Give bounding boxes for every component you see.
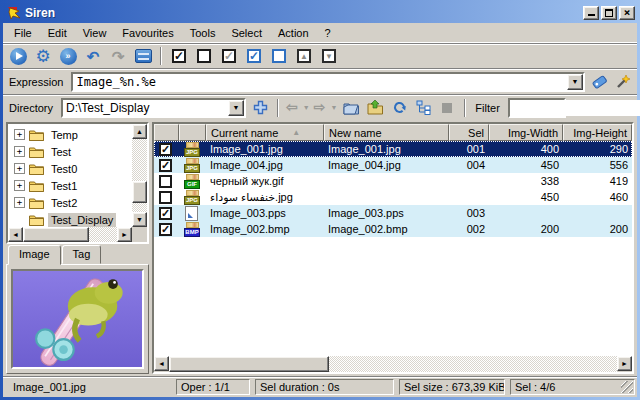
tree-expand-icon[interactable]: + [14, 180, 25, 191]
maximize-button[interactable] [601, 6, 617, 20]
cell-img-height: 290 [563, 141, 632, 157]
parent-folder-icon[interactable] [365, 98, 385, 118]
tree-item[interactable]: + Temp [8, 126, 132, 143]
undo-icon[interactable]: ↶ [82, 46, 104, 67]
refresh-icon[interactable] [389, 98, 409, 118]
scroll-left-icon[interactable]: ◄ [154, 356, 169, 371]
scroll-down-icon[interactable]: ▼ [132, 212, 147, 227]
preview-tab[interactable]: Tag [62, 245, 102, 264]
preview-tab[interactable]: Image [8, 245, 61, 265]
header-check-column[interactable] [154, 124, 179, 141]
tree-item[interactable]: + Test1 [8, 177, 132, 194]
row-checkbox[interactable]: ✓ [159, 159, 172, 172]
menu-item[interactable]: Tools [183, 25, 223, 41]
minimize-button[interactable] [583, 6, 599, 20]
table-horizontal-scrollbar[interactable]: ◄ ► [154, 356, 632, 372]
table-row[interactable]: ✓ JPG Image_004.jpg Image_004.jpg 004 [154, 157, 632, 173]
header-img-height[interactable]: Img-Height [563, 124, 632, 141]
rename-options-icon[interactable] [132, 46, 154, 67]
file-type-icon: JPG [184, 142, 200, 157]
forward-icon[interactable]: ⇨ [314, 100, 326, 115]
menu-item[interactable]: Action [271, 25, 316, 41]
browse-folder-icon[interactable] [341, 98, 361, 118]
header-current-name[interactable]: Current name ▲ [206, 124, 324, 141]
tree-item[interactable]: + Test [8, 143, 132, 160]
tree-horizontal-scrollbar[interactable]: ◄ ► [8, 227, 132, 242]
scroll-right-icon[interactable]: ► [617, 356, 632, 371]
tree-item[interactable]: + Test0 [8, 160, 132, 177]
stop-icon[interactable] [437, 98, 457, 118]
table-row[interactable]: GIF черный жук.gif 338 419 [154, 173, 632, 189]
menu-item[interactable]: File [7, 25, 39, 41]
menu-item[interactable]: Edit [41, 25, 74, 41]
add-favourite-icon[interactable] [250, 98, 270, 118]
file-type-icon: JPG [184, 158, 200, 173]
check-gray-icon[interactable]: ✓ [218, 46, 240, 67]
resize-grip-icon[interactable] [621, 381, 633, 393]
menu-item[interactable]: Select [224, 25, 269, 41]
row-checkbox[interactable]: ✓ [159, 207, 172, 220]
uncheck-all-icon[interactable] [193, 46, 215, 67]
wand-icon[interactable] [613, 72, 633, 92]
status-size: Sel size : 673,39 KiB [399, 379, 505, 395]
move-down-icon[interactable]: ▼ [318, 46, 340, 67]
redo-icon[interactable]: ↷ [107, 46, 129, 67]
tree-item[interactable]: + Test2 [8, 194, 132, 211]
row-checkbox[interactable]: ✓ [159, 143, 172, 156]
scrollbar-corner [132, 227, 147, 242]
header-new-name[interactable]: New name [324, 124, 449, 141]
back-icon[interactable]: ⇦ [286, 100, 298, 115]
directory-input[interactable] [63, 100, 228, 116]
table-row[interactable]: JPG خنفساء سوداء.jpg 450 460 [154, 189, 632, 205]
scroll-left-icon[interactable]: ◄ [8, 227, 23, 242]
table-row[interactable]: ✓ Image_003.pps Image_003.pps 003 [154, 205, 632, 221]
header-icon-column[interactable] [179, 124, 206, 141]
uncheck-blue-icon[interactable] [268, 46, 290, 67]
table-row[interactable]: ✓ JPG Image_001.jpg Image_001.jpg 001 [154, 141, 632, 157]
row-checkbox[interactable]: ✓ [159, 223, 172, 236]
tree-expand-icon[interactable]: + [14, 146, 25, 157]
settings-gear-icon[interactable]: ⚙ [32, 46, 54, 67]
tree-item[interactable]: Test_Display [8, 211, 132, 227]
forward-dropdown-icon[interactable]: ▼ [330, 104, 337, 111]
sort-ascending-icon: ▲ [292, 128, 300, 137]
header-sel[interactable]: Sel [449, 124, 489, 141]
move-up-icon[interactable]: ▲ [293, 46, 315, 67]
scroll-right-icon[interactable]: ► [117, 227, 132, 242]
tree-expand-icon[interactable]: + [14, 197, 25, 208]
table-hscroll-thumb[interactable] [169, 356, 329, 372]
expression-input[interactable] [73, 74, 567, 90]
row-checkbox[interactable] [159, 191, 172, 204]
tree-expand-icon[interactable]: + [14, 129, 25, 140]
tree-expand-icon[interactable]: + [14, 163, 25, 174]
fast-rename-icon[interactable]: » [57, 46, 79, 67]
file-type-icon [184, 206, 200, 221]
close-button[interactable]: × [619, 6, 635, 20]
check-blue-icon[interactable]: ✓ [243, 46, 265, 67]
filter-input[interactable] [510, 100, 640, 116]
menu-item[interactable]: Favourites [115, 25, 180, 41]
expression-dropdown-button[interactable]: ▼ [567, 74, 583, 90]
cell-sel: 004 [449, 157, 489, 173]
cell-img-height: 460 [563, 189, 632, 205]
row-checkbox[interactable] [159, 175, 172, 188]
directory-dropdown-button[interactable]: ▼ [228, 100, 244, 116]
tree-hscroll-thumb[interactable] [23, 227, 89, 242]
header-img-width[interactable]: Img-Width [489, 124, 563, 141]
cell-current-name: черный жук.gif [206, 173, 324, 189]
scroll-up-icon[interactable]: ▲ [132, 124, 147, 139]
table-hscroll-track[interactable] [169, 356, 617, 372]
expand-tree-icon[interactable] [413, 98, 433, 118]
menu-item[interactable]: View [76, 25, 114, 41]
tree-vscroll-thumb[interactable] [132, 181, 147, 203]
back-dropdown-icon[interactable]: ▼ [303, 104, 310, 111]
tree-vertical-scrollbar[interactable]: ▲ ▼ [132, 124, 147, 227]
tag-icon[interactable] [589, 72, 609, 92]
rename-play-icon[interactable] [7, 46, 29, 67]
check-all-icon[interactable]: ✓ [168, 46, 190, 67]
tree-vscroll-track[interactable] [132, 139, 147, 212]
title-bar[interactable]: Siren × [3, 3, 637, 23]
table-row[interactable]: ✓ BMP Image_002.bmp Image_002.bmp 002 [154, 221, 632, 237]
menu-item[interactable]: ? [318, 25, 338, 41]
tree-hscroll-track[interactable] [23, 227, 117, 242]
